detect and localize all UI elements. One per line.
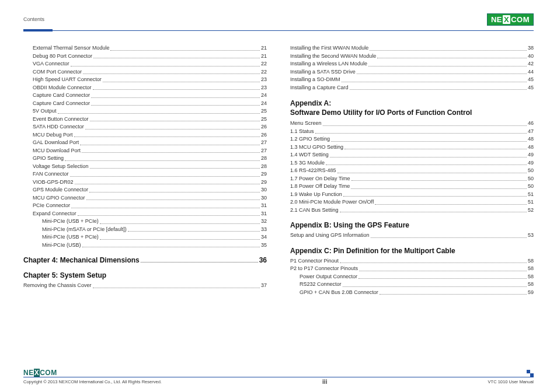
toc-entry[interactable]: P2 to P17 Connector Pinouts58 bbox=[290, 265, 534, 273]
toc-entry-label: 1.8 Power Off Delay Time bbox=[290, 183, 350, 191]
toc-entry-page: 26 bbox=[261, 123, 267, 131]
toc-entry[interactable]: VIOB-GPS-DR0229 bbox=[23, 178, 267, 187]
toc-entry[interactable]: Mini-PCIe (USB + PCIe)34 bbox=[23, 233, 267, 242]
toc-entry[interactable]: 1.5 3G Module49 bbox=[290, 159, 534, 167]
toc-entry-page: 38 bbox=[528, 44, 534, 52]
toc-entry[interactable]: MCU Debug Port26 bbox=[23, 131, 267, 139]
toc-entry[interactable]: MCU Download Port27 bbox=[23, 147, 267, 155]
toc-entry[interactable]: 1.2 GPIO Setting48 bbox=[290, 135, 534, 144]
toc-entry-label: 1.6 RS-422/RS-485 bbox=[290, 167, 336, 175]
chapter-5-heading[interactable]: Chapter 5: System Setup bbox=[23, 271, 267, 279]
toc-entry[interactable]: PCIe Connector31 bbox=[23, 202, 267, 210]
toc-entry-label: Setup and Using GPS Information bbox=[290, 232, 370, 240]
toc-entry[interactable]: Event Button Connector25 bbox=[23, 116, 267, 124]
toc-leader-dots bbox=[85, 123, 260, 130]
toc-entry-label: FAN Connector bbox=[33, 170, 69, 178]
toc-entry-label: GPIO + CAN Bus 2.0B Connector bbox=[300, 289, 378, 297]
toc-entry[interactable]: Removing the Chassis Cover37 bbox=[23, 282, 267, 290]
toc-entry[interactable]: Mini-PCIe (USB + PCIe)32 bbox=[23, 218, 267, 226]
toc-entry[interactable]: 1.1 Status47 bbox=[290, 128, 534, 136]
toc-entry[interactable]: Expand Connector31 bbox=[23, 210, 267, 218]
toc-entry[interactable]: VGA Connector22 bbox=[23, 60, 267, 68]
toc-entry[interactable]: P1 Connector Pinout58 bbox=[290, 257, 534, 265]
toc-entry[interactable]: Mini-PCIe (USB)35 bbox=[23, 242, 267, 250]
toc-right-column: Installing the First WWAN Module38Instal… bbox=[290, 44, 534, 296]
toc-entry-label: 1.2 GPIO Setting bbox=[290, 135, 330, 144]
toc-entry[interactable]: Installing the First WWAN Module38 bbox=[290, 44, 534, 52]
toc-entry-page: 30 bbox=[261, 186, 267, 194]
appendix-c-heading[interactable]: Appendix C: Pin Definition for the Multi… bbox=[290, 247, 534, 255]
toc-entry[interactable]: High Speed UART Connector23 bbox=[23, 76, 267, 84]
footer-logo: NEXCOM bbox=[23, 369, 57, 377]
toc-entry-page: 50 bbox=[528, 175, 534, 183]
toc-entry[interactable]: Mini-PCIe (mSATA or PCIe [default])33 bbox=[23, 226, 267, 234]
toc-entry[interactable]: Voltage Setup Selection28 bbox=[23, 163, 267, 171]
toc-entry[interactable]: Menu Screen46 bbox=[290, 120, 534, 128]
toc-entry[interactable]: 1.8 Power Off Delay Time50 bbox=[290, 183, 534, 191]
toc-entry[interactable]: Debug 80 Port Connector21 bbox=[23, 52, 267, 61]
toc-entry-page: 42 bbox=[528, 60, 534, 68]
toc-entry[interactable]: External Thermal Sensor Module21 bbox=[23, 44, 267, 52]
toc-entry[interactable]: Capture Card Connector24 bbox=[23, 100, 267, 108]
toc-leader-dots bbox=[315, 128, 527, 134]
toc-entry-label: Installing a SATA SSD Drive bbox=[290, 68, 356, 76]
toc-entry[interactable]: 1.6 RS-422/RS-48550 bbox=[290, 167, 534, 175]
toc-entry[interactable]: GPIO + CAN Bus 2.0B Connector59 bbox=[290, 289, 534, 297]
toc-entry[interactable]: GPIO Setting28 bbox=[23, 155, 267, 163]
toc-entry[interactable]: Installing a SATA SSD Drive44 bbox=[290, 68, 534, 76]
toc-entry[interactable]: 1.7 Power On Delay Time50 bbox=[290, 175, 534, 183]
toc-entry[interactable]: Installing a Wireless LAN Module42 bbox=[290, 60, 534, 68]
toc-entry[interactable]: 1.4 WDT Setting49 bbox=[290, 151, 534, 159]
toc-leader-dots bbox=[368, 60, 527, 66]
toc-entry[interactable]: FAN Connector29 bbox=[23, 170, 267, 178]
toc-leader-dots bbox=[91, 92, 260, 98]
toc-entry[interactable]: 2.0 Mini-PCIe Module Power On/Off51 bbox=[290, 198, 534, 206]
toc-entry[interactable]: OBDII Module Connector23 bbox=[23, 84, 267, 92]
toc-entry[interactable]: Installing a Capture Card45 bbox=[290, 84, 534, 92]
toc-leader-dots bbox=[337, 167, 527, 173]
toc-leader-dots bbox=[100, 233, 260, 240]
toc-entry[interactable]: MCU GPIO Connector30 bbox=[23, 194, 267, 202]
toc-leader-dots bbox=[90, 116, 260, 122]
chapter-4-label: Chapter 4: Mechanical Dimensions bbox=[23, 256, 140, 264]
toc-entry-page: 23 bbox=[261, 84, 267, 92]
toc-entry[interactable]: COM Port Connector22 bbox=[23, 68, 267, 76]
appendix-b-label: Appendix B: Using the GPS Feature bbox=[290, 221, 409, 229]
toc-entry-label: MCU Download Port bbox=[33, 147, 81, 155]
toc-entry-page: 46 bbox=[528, 120, 534, 128]
toc-entry-page: 27 bbox=[261, 147, 267, 155]
toc-entry-label: MCU GPIO Connector bbox=[33, 194, 85, 202]
toc-entry-label: P2 to P17 Connector Pinouts bbox=[290, 265, 358, 273]
toc-entry[interactable]: Installing the Second WWAN Module40 bbox=[290, 52, 534, 61]
toc-entry[interactable]: Capture Card Connector24 bbox=[23, 92, 267, 100]
toc-entry-label: RS232 Connector bbox=[300, 281, 342, 289]
toc-entry[interactable]: 1.3 MCU GPIO Setting48 bbox=[290, 144, 534, 152]
toc-leader-dots bbox=[344, 144, 527, 150]
toc-entry[interactable]: GPS Module Connector30 bbox=[23, 186, 267, 194]
appendix-b-heading[interactable]: Appendix B: Using the GPS Feature bbox=[290, 221, 534, 229]
toc-leader-dots bbox=[351, 175, 527, 181]
toc-entry[interactable]: RS232 Connector58 bbox=[290, 281, 534, 289]
chapter-4-heading[interactable]: Chapter 4: Mechanical Dimensions 36 bbox=[23, 256, 267, 264]
toc-entry[interactable]: 1.9 Wake Up Function51 bbox=[290, 191, 534, 199]
toc-entry[interactable]: GAL Download Port27 bbox=[23, 139, 267, 147]
toc-leader-dots bbox=[342, 76, 527, 82]
toc-leader-dots bbox=[350, 84, 527, 90]
toc-entry-label: Mini-PCIe (USB + PCIe) bbox=[42, 218, 99, 226]
toc-entry[interactable]: Setup and Using GPS Information53 bbox=[290, 232, 534, 240]
toc-leader-dots bbox=[359, 265, 527, 271]
toc-entry[interactable]: 5V Output25 bbox=[23, 107, 267, 116]
toc-entry-label: SATA HDD Connector bbox=[33, 123, 84, 131]
toc-entry-label: Voltage Setup Selection bbox=[33, 163, 89, 171]
toc-entry[interactable]: Power Output Connector58 bbox=[290, 273, 534, 281]
toc-entry[interactable]: SATA HDD Connector26 bbox=[23, 123, 267, 131]
toc-entry-label: Capture Card Connector bbox=[33, 92, 90, 100]
toc-entry-page: 50 bbox=[528, 183, 534, 191]
toc-entry-page: 24 bbox=[261, 92, 267, 100]
toc-entry-page: 24 bbox=[261, 100, 267, 108]
toc-entry[interactable]: Installing a SO-DIMM45 bbox=[290, 76, 534, 84]
toc-entry[interactable]: 2.1 CAN Bus Setting52 bbox=[290, 206, 534, 215]
toc-entry-label: MCU Debug Port bbox=[33, 131, 73, 139]
toc-entry-page: 44 bbox=[528, 68, 534, 76]
appendix-a-heading[interactable]: Appendix A: Software Demo Utility for I/… bbox=[290, 99, 534, 117]
